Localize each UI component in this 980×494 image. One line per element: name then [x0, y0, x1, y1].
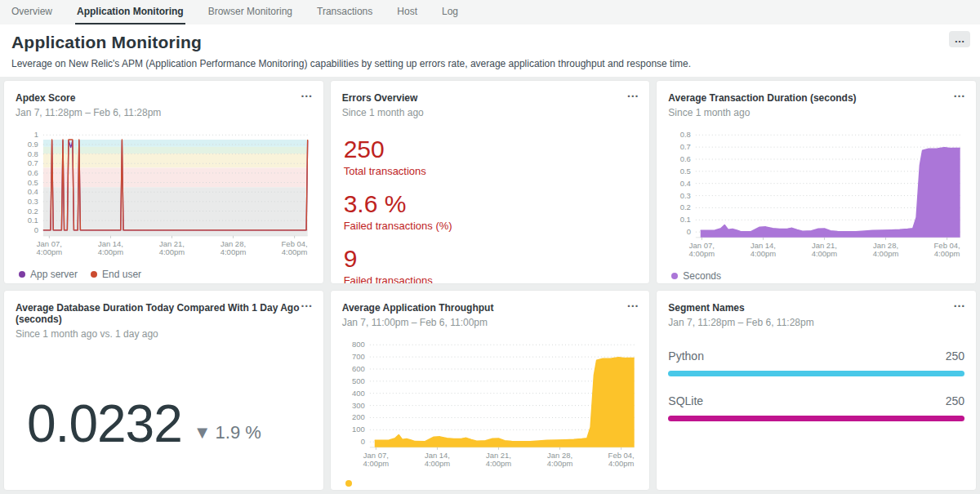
database-duration-card: Average Database Duration Today Compared…: [3, 290, 324, 491]
apdex-legend: App serverEnd user: [16, 269, 312, 280]
page-menu-button[interactable]: …: [949, 31, 970, 47]
card-title: Average Application Throughput: [342, 302, 639, 314]
svg-text:0.8: 0.8: [28, 149, 38, 158]
svg-text:4:00pm: 4:00pm: [812, 249, 838, 258]
svg-text:0.6: 0.6: [680, 154, 691, 163]
svg-text:4:00pm: 4:00pm: [220, 247, 247, 256]
card-subtitle: Since 1 month ago: [668, 107, 964, 118]
svg-text:4:00pm: 4:00pm: [485, 459, 511, 468]
svg-text:600: 600: [352, 364, 365, 373]
legend-label: End user: [102, 269, 141, 280]
card-menu-button[interactable]: …: [626, 297, 639, 309]
svg-text:0.4: 0.4: [28, 187, 38, 196]
legend-item[interactable]: End user: [91, 269, 141, 280]
tab-overview[interactable]: Overview: [10, 0, 54, 24]
legend-item[interactable]: App server: [19, 269, 78, 280]
segment-name: Python: [668, 349, 704, 363]
legend-label: Seconds: [683, 270, 721, 282]
legend-dot-icon: [19, 271, 25, 278]
svg-text:4:00pm: 4:00pm: [282, 247, 308, 256]
tab-browser-monitoring[interactable]: Browser Monitoring: [207, 0, 294, 24]
error-metric: 9Failed transactions: [344, 246, 639, 284]
svg-text:4:00pm: 4:00pm: [934, 249, 960, 258]
tab-application-monitoring[interactable]: Application Monitoring: [75, 0, 185, 24]
trend-indicator: ▼ 1.9 %: [194, 422, 261, 443]
svg-text:0.2: 0.2: [28, 207, 38, 216]
transaction-duration-card: Average Transaction Duration (seconds) S…: [656, 80, 977, 284]
metric-value: 250: [344, 136, 639, 162]
svg-text:4:00pm: 4:00pm: [363, 459, 389, 468]
legend-item[interactable]: [345, 480, 352, 487]
svg-text:0.5: 0.5: [680, 167, 691, 176]
card-menu-button[interactable]: …: [626, 87, 639, 99]
card-menu-button[interactable]: …: [301, 297, 314, 309]
segment-names-card: Segment Names Jan 7, 11:28pm – Feb 6, 11…: [656, 290, 977, 491]
svg-text:4:00pm: 4:00pm: [873, 249, 899, 258]
svg-text:300: 300: [352, 401, 365, 410]
svg-text:800: 800: [352, 340, 365, 349]
card-subtitle: Jan 7, 11:28pm – Feb 6, 11:28pm: [668, 317, 964, 328]
tab-host[interactable]: Host: [395, 0, 419, 24]
metric-label: Failed transactions: [344, 274, 639, 284]
svg-text:0: 0: [34, 225, 38, 234]
legend-item[interactable]: Seconds: [671, 270, 721, 282]
error-metric: 3.6 %Failed transactions (%): [344, 191, 639, 232]
tab-log[interactable]: Log: [440, 0, 460, 24]
big-number-value: 0.0232: [27, 394, 182, 454]
svg-text:0.5: 0.5: [28, 178, 38, 187]
transaction-duration-chart: 00.10.20.30.40.50.60.70.8Jan 07,4:00pmJa…: [668, 130, 964, 264]
card-title: Apdex Score: [16, 92, 312, 104]
tab-transactions[interactable]: Transactions: [315, 0, 374, 24]
page-description: Leverage on New Relic's APM (Application…: [11, 58, 969, 69]
metric-label: Failed transactions (%): [344, 220, 639, 232]
segment-row: Python250: [668, 349, 964, 376]
segment-value: 250: [946, 349, 964, 363]
legend-label: App server: [30, 269, 78, 280]
throughput-legend: [342, 480, 639, 487]
trend-down-icon: ▼: [194, 424, 212, 442]
svg-text:500: 500: [352, 376, 365, 385]
svg-text:100: 100: [352, 425, 365, 434]
svg-text:0.1: 0.1: [28, 216, 38, 225]
big-number-row: 0.0232 ▼ 1.9 %: [16, 394, 312, 454]
dashboard-grid: Apdex Score Jan 7, 11:28pm – Feb 6, 11:2…: [0, 77, 980, 494]
svg-text:4:00pm: 4:00pm: [159, 247, 185, 256]
svg-text:4:00pm: 4:00pm: [689, 249, 715, 258]
card-menu-button[interactable]: …: [301, 87, 314, 99]
card-menu-button[interactable]: …: [953, 297, 966, 309]
svg-text:700: 700: [352, 352, 365, 361]
page-title: Application Monitoring: [11, 33, 969, 52]
card-title: Average Transaction Duration (seconds): [668, 92, 964, 104]
svg-text:4:00pm: 4:00pm: [424, 459, 450, 468]
metric-value: 3.6 %: [344, 191, 639, 217]
segment-value: 250: [946, 394, 964, 407]
card-subtitle: Since 1 month ago: [342, 107, 639, 118]
svg-text:4:00pm: 4:00pm: [37, 247, 63, 256]
svg-text:4:00pm: 4:00pm: [608, 459, 635, 468]
legend-dot-icon: [671, 273, 678, 279]
svg-text:1: 1: [34, 130, 38, 139]
svg-text:400: 400: [352, 389, 365, 398]
svg-text:0.3: 0.3: [28, 197, 38, 206]
svg-text:0: 0: [687, 227, 691, 236]
segment-label-row: SQLite250: [668, 394, 964, 407]
svg-text:0.7: 0.7: [680, 142, 691, 151]
segment-bar: [668, 371, 964, 376]
svg-text:0.6: 0.6: [28, 168, 38, 177]
segment-name: SQLite: [668, 394, 703, 407]
svg-text:0.3: 0.3: [680, 191, 691, 200]
svg-text:0.2: 0.2: [680, 202, 691, 211]
errors-overview-card: Errors Overview Since 1 month ago … 250T…: [330, 80, 651, 284]
error-metrics: 250Total transactions3.6 %Failed transac…: [342, 136, 639, 284]
svg-text:0.1: 0.1: [680, 215, 691, 224]
svg-text:0.7: 0.7: [28, 158, 38, 167]
card-subtitle: Jan 7, 11:28pm – Feb 6, 11:28pm: [16, 107, 312, 118]
apdex-score-card: Apdex Score Jan 7, 11:28pm – Feb 6, 11:2…: [3, 80, 324, 284]
metric-label: Total transactions: [344, 165, 639, 177]
card-subtitle: Since 1 month ago vs. 1 day ago: [16, 328, 312, 340]
card-subtitle: Jan 7, 11:00pm – Feb 6, 11:00pm: [342, 317, 639, 328]
card-menu-button[interactable]: …: [953, 87, 966, 99]
svg-text:0.4: 0.4: [680, 179, 691, 188]
tab-bar: OverviewApplication MonitoringBrowser Mo…: [0, 0, 980, 24]
error-metric: 250Total transactions: [344, 136, 639, 177]
